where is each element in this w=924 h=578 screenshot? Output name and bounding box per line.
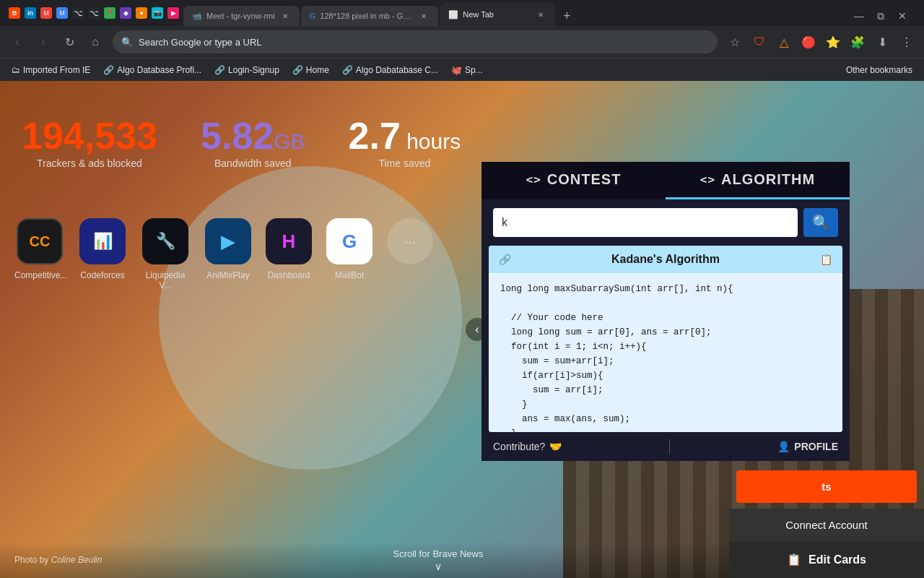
browser-app-icons: B in M M ⌥ ⌥ 📍 ◆ ● 📷 ▶ bbox=[6, 0, 182, 26]
shortcut-liquipedia[interactable]: 🔧 Liquipedia V... bbox=[140, 218, 191, 290]
extension-popup: <> CONTEST <> ALGORITHM 🔍 🔗 Kadane's Alg… bbox=[481, 162, 850, 461]
shortcut-dashboard[interactable]: H Dashboard bbox=[266, 218, 312, 290]
tab-meet[interactable]: 📹 Meet - tgr-vynw-rmi ✕ bbox=[183, 6, 300, 26]
new-tab-button[interactable]: + bbox=[557, 6, 577, 26]
newtab-favicon: ⬜ bbox=[448, 10, 458, 20]
search-button[interactable]: 🔍 bbox=[803, 208, 838, 237]
profile-label: PROFILE bbox=[794, 441, 838, 452]
card-link-icon[interactable]: 🔗 bbox=[499, 254, 511, 265]
bookmark-algo-db-c[interactable]: 🔗 Algo Dabatabase C... bbox=[336, 63, 444, 77]
tab-google-search[interactable]: G 128*128 pixel in mb - Google Sear... ✕ bbox=[301, 6, 439, 26]
shortcut-lq-icon: 🔧 bbox=[142, 218, 188, 264]
bookmark-algo-label: Algo Database Profi... bbox=[117, 65, 201, 75]
app11-icon[interactable]: ▶ bbox=[167, 7, 179, 19]
contribute-icon: 🤝 bbox=[549, 441, 562, 452]
new-tab-page: 194,533 Trackers & ads blocked 5.82GB Ba… bbox=[0, 81, 924, 578]
bookmark-imported[interactable]: 🗂 Imported From IE bbox=[6, 63, 96, 77]
github-icon[interactable]: ⌥ bbox=[72, 7, 84, 19]
gmail-icon[interactable]: M bbox=[40, 7, 52, 19]
card-copy-icon[interactable]: 📋 bbox=[820, 254, 832, 265]
extension2-button[interactable]: ⭐ bbox=[821, 30, 845, 53]
shortcut-cf-label: Codeforces bbox=[80, 270, 124, 280]
shortcut-cc[interactable]: CC Competitive... bbox=[14, 218, 65, 290]
shortcut-more[interactable]: ··· bbox=[387, 218, 433, 290]
search-icon: 🔍 bbox=[121, 37, 133, 48]
trackers-value: 194,533 bbox=[22, 117, 157, 155]
shortcut-codeforces[interactable]: 📊 Codeforces bbox=[79, 218, 126, 290]
edit-cards-icon: 📋 bbox=[787, 553, 801, 566]
shortcut-cf-icon: 📊 bbox=[79, 218, 126, 264]
app10-icon[interactable]: 📷 bbox=[152, 7, 163, 19]
shortcuts-section: CC Competitive... 📊 Codeforces 🔧 Liquipe… bbox=[14, 218, 433, 290]
back-button[interactable]: ‹ bbox=[6, 30, 29, 53]
scroll-news-label: Scroll for Brave News bbox=[393, 548, 484, 559]
bookmark-login-label: Login-Signup bbox=[228, 65, 279, 75]
trackers-stat: 194,533 Trackers & ads blocked bbox=[22, 117, 157, 169]
brave-stats-section: 194,533 Trackers & ads blocked 5.82GB Ba… bbox=[22, 117, 461, 169]
extension3-button[interactable]: 🧩 bbox=[846, 30, 869, 53]
search-input[interactable] bbox=[493, 208, 798, 237]
bookmark-algo-db-icon: 🔗 bbox=[342, 65, 353, 75]
shortcut-animixplay[interactable]: ▶ AniMixPlay bbox=[205, 218, 251, 290]
shortcut-lq-label: Liquipedia V... bbox=[140, 270, 191, 290]
contribute-link[interactable]: Contribute? 🤝 bbox=[493, 441, 562, 452]
bookmark-algo-db-profile[interactable]: 🔗 Algo Database Profi... bbox=[97, 63, 207, 77]
tab-meet-close[interactable]: ✕ bbox=[279, 10, 291, 22]
gmail2-icon[interactable]: M bbox=[56, 7, 68, 19]
contribute-label: Contribute? bbox=[493, 441, 545, 452]
contest-tab-icon: <> bbox=[526, 173, 541, 186]
bookmark-sp-label: Sp... bbox=[465, 65, 483, 75]
edit-cards-button[interactable]: 📋 Edit Cards bbox=[729, 541, 924, 578]
brave-icon[interactable]: B bbox=[9, 7, 20, 19]
time-stat: 2.7 hours Time saved bbox=[349, 117, 461, 169]
scroll-for-brave-news[interactable]: Scroll for Brave News ∨ bbox=[393, 548, 484, 572]
tab-contest[interactable]: <> CONTEST bbox=[481, 162, 666, 199]
menu-button[interactable]: ⋮ bbox=[895, 30, 918, 53]
brave-action-button[interactable]: ts bbox=[736, 470, 917, 503]
profile-link[interactable]: 👤 PROFILE bbox=[777, 441, 838, 452]
tab-new-tab[interactable]: ⬜ New Tab ✕ bbox=[440, 3, 555, 26]
bookmark-home-icon: 🔗 bbox=[292, 65, 303, 75]
brave-shields-button[interactable]: 🛡 bbox=[748, 30, 771, 53]
downloads-button[interactable]: ⬇ bbox=[871, 30, 894, 53]
connect-account-button[interactable]: Connect Account bbox=[729, 509, 924, 541]
google-favicon: G bbox=[310, 12, 316, 20]
tab-newtab-close[interactable]: ✕ bbox=[535, 9, 546, 20]
home-button[interactable]: ⌂ bbox=[84, 30, 107, 53]
window-restore-button[interactable]: ⧉ bbox=[871, 6, 891, 26]
bookmark-imported-label: Imported From IE bbox=[23, 65, 90, 75]
card-code-body: long long maxSubarraySum(int arr[], int … bbox=[489, 273, 842, 432]
window-close-button[interactable]: ✕ bbox=[892, 6, 912, 26]
extension1-button[interactable]: 🔴 bbox=[797, 30, 820, 53]
card-title: Kadane's Algorithm bbox=[511, 253, 820, 266]
forward-button[interactable]: › bbox=[32, 30, 55, 53]
url-text: Search Google or type a URL bbox=[139, 37, 709, 48]
shortcut-cc-label: Competitive... bbox=[14, 270, 65, 280]
more-apps-icon[interactable]: ··· bbox=[387, 218, 433, 264]
bookmark-other[interactable]: Other bookmarks bbox=[840, 63, 918, 77]
bookmark-github-sp[interactable]: 🐙 Sp... bbox=[445, 63, 489, 77]
linkedin-icon[interactable]: in bbox=[25, 7, 36, 19]
reload-button[interactable]: ↻ bbox=[58, 30, 81, 53]
app9-icon[interactable]: ● bbox=[136, 7, 147, 19]
shortcut-mb-icon: G bbox=[326, 218, 372, 264]
toolbar: ‹ › ↻ ⌂ 🔍 Search Google or type a URL ☆ … bbox=[0, 26, 924, 58]
url-bar[interactable]: 🔍 Search Google or type a URL bbox=[113, 30, 718, 53]
bookmark-login[interactable]: 🔗 Login-Signup bbox=[209, 63, 285, 77]
shortcut-mailbot[interactable]: G MailBot bbox=[326, 218, 372, 290]
maps-icon[interactable]: 📍 bbox=[104, 7, 116, 19]
extension-search-bar: 🔍 bbox=[481, 199, 850, 246]
github2-icon[interactable]: ⌥ bbox=[88, 7, 100, 19]
shortcut-db-icon: H bbox=[266, 218, 312, 264]
bookmark-button[interactable]: ☆ bbox=[723, 30, 746, 53]
bookmark-imported-icon: 🗂 bbox=[12, 65, 20, 75]
bookmark-home[interactable]: 🔗 Home bbox=[287, 63, 335, 77]
tab-algorithm[interactable]: <> ALGORITHM bbox=[666, 162, 850, 199]
brave-rewards-button[interactable]: △ bbox=[772, 30, 796, 53]
app8-icon[interactable]: ◆ bbox=[120, 7, 131, 19]
time-label: Time saved bbox=[349, 158, 461, 169]
tab-meet-label: Meet - tgr-vynw-rmi bbox=[206, 12, 275, 20]
algorithm-tab-icon: <> bbox=[700, 173, 715, 186]
window-minimize-button[interactable]: — bbox=[849, 6, 869, 26]
tab-google-close[interactable]: ✕ bbox=[418, 10, 430, 22]
